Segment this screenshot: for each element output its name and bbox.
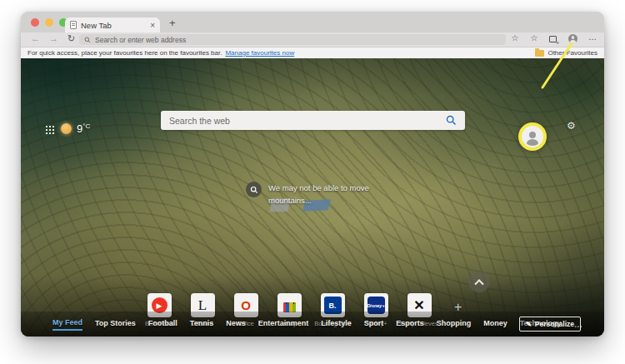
tab-strip: New Tab × + (21, 12, 604, 32)
feed-tab-lifestyle[interactable]: Lifestyle (321, 319, 352, 330)
office-icon: O (241, 298, 251, 312)
personalize-button[interactable]: ✎ Personalize (519, 317, 581, 332)
feed-tab-football[interactable]: Football (148, 319, 178, 330)
callout-line (21, 12, 604, 337)
folder-icon (535, 50, 544, 57)
favorites-icon[interactable]: ☆ (528, 33, 540, 42)
tab-new-tab[interactable]: New Tab × (65, 17, 160, 32)
minimize-window-button[interactable] (45, 18, 53, 27)
feed-tab-sport[interactable]: Sport (364, 319, 384, 330)
feed-tab-news[interactable]: News (226, 319, 246, 330)
address-input[interactable] (95, 36, 501, 44)
feed-tab-tennis[interactable]: Tennis (190, 319, 213, 330)
feed-nav: My Feed Top Stories Football Tennis News… (52, 318, 583, 331)
address-bar[interactable] (79, 34, 506, 45)
favourites-message: For quick access, place your favourites … (28, 49, 222, 57)
other-favourites-label: Other Favourites (548, 49, 598, 57)
caption-line2: mountains... (268, 194, 369, 207)
refresh-button[interactable]: ↻ (68, 33, 75, 44)
chevron-up-icon (474, 279, 483, 288)
favourites-bar: For quick access, place your favourites … (21, 47, 604, 58)
avatar-person-icon (523, 127, 542, 146)
more-menu-button[interactable]: … (588, 32, 598, 42)
caption-line1: We may not be able to move (268, 182, 369, 194)
other-favourites[interactable]: Other Favourites (535, 49, 598, 57)
feed-tab-top-stories[interactable]: Top Stories (95, 319, 136, 330)
feed-tab-money[interactable]: Money (483, 319, 508, 330)
profile-button[interactable] (568, 34, 578, 43)
pencil-icon: ✎ (526, 320, 532, 328)
close-tab-icon[interactable]: × (150, 21, 155, 30)
back-button[interactable]: ← (31, 33, 40, 43)
feed-bar: My Feed Top Stories Football Tennis News… (21, 312, 604, 337)
feed-tab-entertainment[interactable]: Entertainment (258, 319, 309, 330)
tab-title: New Tab (81, 21, 146, 30)
feed-tab-esports[interactable]: Esports (396, 319, 424, 330)
toolbar: ← → ↻ ☆ ☆ … (21, 32, 604, 47)
new-tab-button[interactable]: + (169, 17, 176, 29)
app-launcher-icon[interactable] (45, 125, 54, 134)
search-icon (84, 37, 91, 43)
caption-zoom-icon[interactable] (246, 182, 262, 197)
page-settings-icon[interactable]: ⚙ (567, 120, 576, 132)
image-caption: We may not be able to move mountains... (246, 182, 369, 207)
collections-icon[interactable] (549, 36, 557, 42)
web-search-input[interactable] (169, 116, 446, 126)
close-window-button[interactable] (31, 18, 39, 27)
temperature-unit: °C (82, 122, 90, 130)
weather-widget[interactable]: 9°C (77, 122, 90, 135)
ebay-icon (283, 302, 296, 312)
weather-sun-icon (61, 123, 72, 134)
personalize-label: Personalize (535, 320, 574, 328)
feed-tab-shopping[interactable]: Shopping (437, 319, 472, 330)
collapse-feed-button[interactable] (468, 271, 490, 292)
browser-window: New Tab × + ← → ↻ ☆ ☆ … For quick access… (21, 12, 604, 337)
window-controls (31, 18, 68, 27)
forward-button[interactable]: → (49, 33, 58, 43)
favorites-settings-icon[interactable]: ☆ (509, 33, 521, 42)
feed-tab-my-feed[interactable]: My Feed (52, 318, 82, 331)
manage-favourites-link[interactable]: Manage favourites now (225, 49, 294, 57)
search-submit-icon[interactable] (446, 115, 457, 126)
page-favicon (70, 21, 77, 29)
web-search-bar[interactable] (161, 111, 465, 130)
background-image: 9°C ⚙ (21, 58, 604, 337)
highlighted-avatar[interactable] (518, 122, 547, 151)
